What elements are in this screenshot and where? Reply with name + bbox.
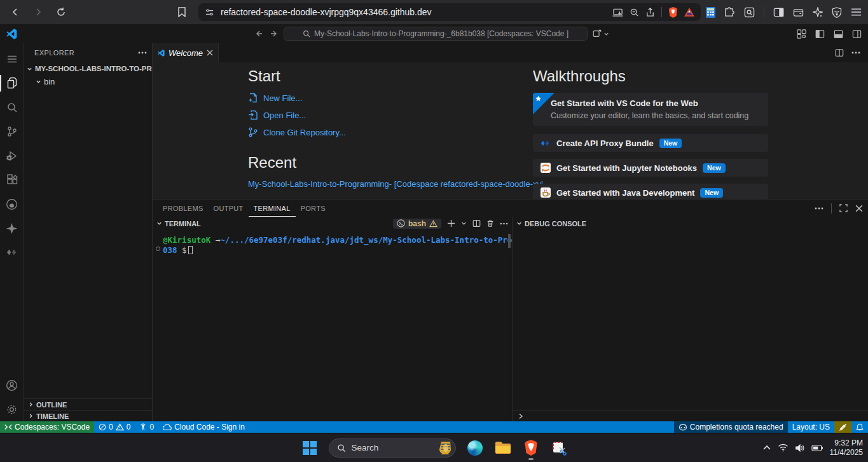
zoom-icon[interactable] [630, 8, 639, 17]
customize-layout-icon[interactable] [797, 29, 806, 39]
recent-item-link[interactable]: My-School-Labs-Intro-to-Programming- [Co… [248, 179, 515, 189]
browser-back-button[interactable] [6, 3, 24, 21]
battery-icon[interactable] [811, 444, 823, 452]
edge-browser-icon[interactable] [466, 439, 484, 457]
brave-shield-icon[interactable] [668, 7, 678, 18]
new-file-link[interactable]: New File... [248, 93, 515, 103]
search-highlight-image[interactable] [439, 440, 453, 456]
tab-welcome[interactable]: Welcome [153, 43, 219, 62]
kill-terminal-icon[interactable] [486, 219, 494, 228]
bash-session-chip[interactable]: bash [393, 219, 441, 229]
ports-status[interactable]: 0 [135, 421, 158, 433]
problems-status[interactable]: 0 0 [94, 421, 135, 433]
walkthrough-card-vscode-web[interactable]: Get Started with VS Code for the Web Cus… [533, 93, 768, 126]
snipping-tool-icon[interactable] [550, 439, 568, 457]
sidebar-item-run-debug[interactable] [0, 144, 24, 168]
sidebar-item-github[interactable] [0, 192, 24, 216]
terminal-output[interactable]: @KirisutoK →~/.../6e97e03f/redhat.java/j… [153, 230, 512, 421]
taskbar-search[interactable]: Search [329, 438, 456, 458]
terminal-scrollbar[interactable] [508, 234, 511, 248]
taskbar-clock[interactable]: 9:32 PM 11/4/2025 [830, 438, 864, 458]
walkthrough-card-api-proxy[interactable]: Create API Proxy Bundle New [533, 134, 768, 152]
save-page-icon[interactable] [612, 8, 623, 17]
go-back-icon[interactable] [254, 29, 263, 38]
debug-console-input[interactable] [513, 411, 868, 421]
walkthrough-desc: Customize your editor, learn the basics,… [551, 111, 759, 120]
split-terminal-icon[interactable] [472, 219, 481, 228]
brave-browser-icon[interactable] [522, 439, 540, 457]
tab-output[interactable]: OUTPUT [209, 200, 249, 217]
sidebar-item-cloud-code[interactable] [0, 240, 24, 264]
vpn-shield-icon[interactable] [832, 7, 842, 18]
walkthrough-card-java[interactable]: Get Started with Java Development New [533, 184, 768, 199]
go-forward-icon[interactable] [270, 29, 279, 38]
tab-ports[interactable]: PORTS [296, 200, 331, 217]
muted-warning-status[interactable] [834, 421, 851, 433]
split-editor-icon[interactable] [835, 48, 844, 57]
leo-ai-icon[interactable] [813, 7, 823, 17]
share-icon[interactable] [645, 8, 655, 17]
maximize-panel-icon[interactable] [839, 204, 848, 212]
remote-window-control[interactable] [593, 29, 609, 38]
explorer-more-actions-icon[interactable] [138, 51, 147, 54]
debug-console-header[interactable]: DEBUG CONSOLE [513, 217, 868, 230]
toggle-panel-icon[interactable] [834, 29, 843, 39]
cloud-code-status[interactable]: Cloud Code - Sign in [158, 421, 249, 433]
sidebar-item-explorer[interactable] [0, 71, 24, 95]
tab-close-icon[interactable] [207, 50, 213, 56]
editor-history-nav [254, 29, 279, 38]
new-terminal-icon[interactable] [447, 219, 455, 228]
panel-more-icon[interactable] [815, 207, 823, 210]
menu-icon[interactable] [0, 47, 24, 71]
outline-section-header[interactable]: OUTLINE [24, 398, 152, 410]
jupyter-icon [541, 163, 551, 173]
sidebar-item-search[interactable] [0, 95, 24, 119]
sidebar-item-source-control[interactable] [0, 119, 24, 144]
tab-terminal[interactable]: TERMINAL [249, 200, 296, 217]
start-button[interactable] [301, 439, 319, 457]
timeline-section-header[interactable]: TIMELINE [24, 410, 152, 421]
terminal-more-icon[interactable] [500, 222, 508, 225]
address-bar[interactable]: refactored-space-doodle-xvjrpgq9qx43466.… [198, 3, 701, 21]
tree-item-bin-folder[interactable]: bin [24, 75, 152, 88]
file-explorer-icon[interactable] [494, 439, 512, 457]
wallet-icon[interactable] [793, 8, 804, 17]
copilot-status[interactable]: Completions quota reached [674, 421, 788, 433]
browser-menu-icon[interactable] [851, 8, 862, 17]
site-settings-icon[interactable] [205, 8, 214, 17]
open-file-link[interactable]: Open File... [248, 110, 515, 120]
terminal-header[interactable]: TERMINAL bash [153, 217, 512, 230]
tab-problems[interactable]: PROBLEMS [158, 200, 209, 217]
sidebar-item-copilot[interactable] [0, 216, 24, 240]
browser-reload-button[interactable] [52, 3, 70, 21]
brave-rewards-icon[interactable] [684, 8, 694, 17]
tree-item-root-folder[interactable]: MY-SCHOOL-LABS-INTRO-TO-PROGRAMM... [24, 62, 152, 75]
clone-repo-link[interactable]: Clone Git Repository... [248, 127, 515, 137]
copilot-status-label: Completions quota reached [690, 423, 783, 431]
calculator-extension-icon[interactable] [706, 7, 715, 18]
keyboard-layout-status[interactable]: Layout: US [788, 421, 834, 433]
extensions-puzzle-icon[interactable] [724, 7, 735, 18]
bash-label: bash [408, 219, 426, 228]
bookmark-icon[interactable] [173, 3, 191, 21]
hidden-icons-chevron[interactable] [762, 445, 771, 451]
browser-forward-button[interactable] [29, 3, 47, 21]
more-actions-icon[interactable] [851, 51, 860, 54]
sidebar-item-extensions[interactable] [0, 168, 24, 192]
walkthrough-card-jupyter[interactable]: Get Started with Jupyter Notebooks New [533, 159, 768, 177]
command-center-search[interactable]: My-School-Labs-Intro-to-Programming-_6b8… [284, 27, 588, 41]
terminal-dropdown-icon[interactable] [461, 221, 467, 226]
volume-icon[interactable] [795, 444, 805, 452]
divider [661, 7, 662, 17]
toggle-secondary-sidebar-icon[interactable] [852, 29, 862, 39]
settings-gear-icon[interactable] [0, 397, 24, 421]
account-icon[interactable] [0, 373, 24, 397]
toggle-sidebar-icon[interactable] [815, 29, 825, 39]
notifications-status[interactable] [851, 421, 868, 433]
sidebar-toggle-icon[interactable] [773, 7, 784, 18]
remote-indicator[interactable]: Codespaces: VSCode [0, 421, 94, 433]
close-panel-icon[interactable] [855, 205, 863, 212]
wifi-icon[interactable] [778, 444, 789, 452]
search-box-extension-icon[interactable] [744, 7, 755, 18]
url-text[interactable]: refactored-space-doodle-xvjrpgq9qx43466.… [221, 7, 606, 17]
